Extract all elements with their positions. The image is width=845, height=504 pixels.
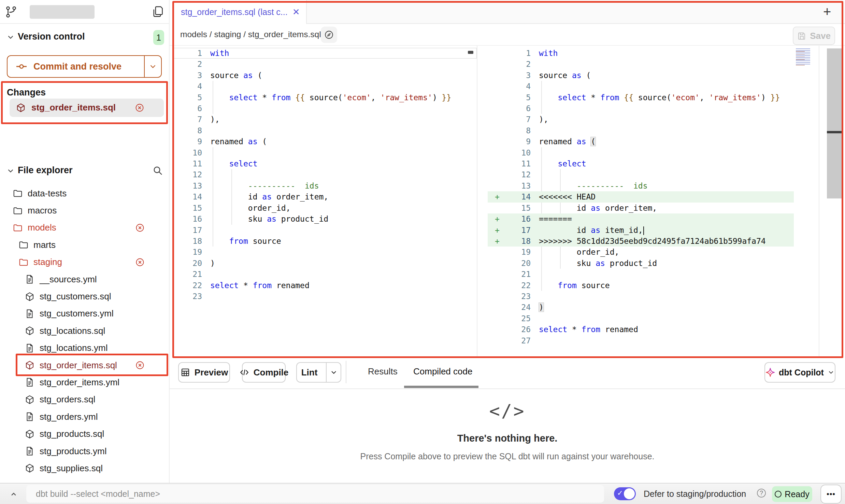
code-line[interactable]: 12	[172, 169, 477, 180]
commit-and-resolve-button[interactable]: Commit and resolve	[7, 55, 162, 78]
code-line[interactable]: +14<<<<<<< HEAD	[488, 191, 794, 202]
code-line[interactable]: 13 ---------- ids	[172, 180, 477, 191]
file-explorer-item-stg_orders.yml[interactable]: stg_orders.yml	[0, 408, 170, 425]
file-explorer-item-data-tests[interactable]: data-tests	[0, 185, 170, 202]
code-line[interactable]: 10	[488, 147, 794, 158]
command-input[interactable]: dbt build --select <model_name>	[26, 485, 604, 503]
code-line[interactable]: 2	[172, 59, 477, 70]
defer-toggle[interactable]: ✓	[614, 487, 636, 500]
code-line[interactable]: 22select * from renamed	[172, 280, 477, 291]
editor-scrollbar[interactable]	[827, 48, 842, 198]
code-pane-original[interactable]: 1with23source as (45 select * from {{ so…	[172, 46, 477, 302]
file-explorer-item-staging[interactable]: staging	[0, 254, 170, 271]
code-line[interactable]: 15 id as order_item,	[488, 203, 794, 213]
code-line[interactable]: 14 id as order_item,	[172, 191, 477, 202]
discard-change-icon[interactable]	[135, 360, 145, 370]
discard-change-icon[interactable]	[135, 103, 144, 113]
file-explorer-item-macros[interactable]: macros	[0, 202, 170, 219]
code-line[interactable]: 1with	[172, 48, 477, 59]
discard-change-icon[interactable]	[135, 223, 145, 233]
code-line[interactable]: 11 select	[172, 158, 477, 169]
file-explorer-item-stg_order_items.yml[interactable]: stg_order_items.yml	[0, 374, 170, 391]
code-line[interactable]: 2	[488, 59, 794, 70]
file-explorer-item-stg_products.yml[interactable]: stg_products.yml	[0, 443, 170, 460]
file-explorer-item-stg_products.sql[interactable]: stg_products.sql	[0, 425, 170, 442]
dbt-copilot-button[interactable]: dbt Copilot	[764, 362, 835, 383]
compile-button[interactable]: Compile	[242, 362, 286, 383]
commit-dropdown-button[interactable]	[144, 56, 161, 77]
code-line[interactable]: 7),	[488, 114, 794, 125]
code-line[interactable]: 10	[172, 147, 477, 158]
code-pane-modified[interactable]: 1with23source as (45 select * from {{ so…	[488, 46, 794, 346]
code-line[interactable]: 8	[488, 125, 794, 136]
code-line[interactable]: 1with	[488, 48, 794, 59]
code-line[interactable]: 16 sku as product_id	[172, 213, 477, 224]
tab-stg-order-items[interactable]: stg_order_items.sql (last c... ✕	[170, 0, 307, 24]
code-line[interactable]: 19 order_id,	[488, 247, 794, 257]
code-line[interactable]: 21	[488, 269, 794, 280]
code-line[interactable]: 23	[488, 291, 794, 302]
code-line[interactable]: 13 ---------- ids	[488, 180, 794, 191]
code-line[interactable]: 11 select	[488, 158, 794, 169]
code-line[interactable]: 26select * from renamed	[488, 324, 794, 335]
preview-button[interactable]: Preview	[178, 362, 230, 383]
code-line[interactable]: 4	[172, 81, 477, 92]
discard-change-icon[interactable]	[135, 257, 145, 267]
file-explorer-item-marts[interactable]: marts	[0, 236, 170, 253]
code-line[interactable]: 3source as (	[172, 70, 477, 81]
file-explorer-item-stg_order_items.sql[interactable]: stg_order_items.sql	[0, 357, 170, 374]
editor-scrollbar-handle[interactable]	[827, 131, 842, 133]
file-explorer-item-stg_customers.yml[interactable]: stg_customers.yml	[0, 305, 170, 322]
code-line[interactable]: 19	[172, 247, 477, 257]
code-line[interactable]: 22 from source	[488, 280, 794, 291]
file-explorer-item-models[interactable]: models	[0, 219, 170, 236]
search-icon[interactable]	[152, 165, 163, 176]
lineage-button[interactable]	[321, 27, 337, 43]
code-line[interactable]: 17	[172, 225, 477, 236]
changes-file-row[interactable]: stg_order_items.sql	[10, 99, 164, 117]
code-line[interactable]: 23	[172, 291, 477, 302]
code-line[interactable]: 5 select * from {{ source('ecom', 'raw_i…	[488, 92, 794, 103]
code-line[interactable]: +16=======	[488, 213, 794, 224]
left-pane-scrollbar-thumb[interactable]	[468, 51, 473, 54]
code-line[interactable]: 27	[488, 335, 794, 346]
file-explorer-item-__sources.yml[interactable]: __sources.yml	[0, 271, 170, 288]
code-line[interactable]: 15 order_id,	[172, 203, 477, 213]
expand-command-bar-icon[interactable]	[9, 490, 18, 499]
help-icon[interactable]: ?	[757, 489, 766, 498]
version-control-chevron-icon[interactable]	[6, 33, 15, 42]
code-line[interactable]: 21	[172, 269, 477, 280]
code-line[interactable]: 20 sku as product_id	[488, 258, 794, 269]
file-explorer-chevron-icon[interactable]	[6, 166, 15, 175]
file-explorer-item-stg_customers.sql[interactable]: stg_customers.sql	[0, 288, 170, 305]
file-explorer-item-stg_locations.yml[interactable]: stg_locations.yml	[0, 340, 170, 357]
file-explorer-item-stg_locations.sql[interactable]: stg_locations.sql	[0, 322, 170, 339]
code-line[interactable]: +17 id as item_id,	[488, 225, 794, 236]
code-line[interactable]: 5 select * from {{ source('ecom', 'raw_i…	[172, 92, 477, 103]
code-line[interactable]: 6	[488, 103, 794, 114]
file-explorer-item-stg_supplies.sql[interactable]: stg_supplies.sql	[0, 460, 170, 477]
lint-button[interactable]: Lint	[296, 362, 341, 383]
code-line[interactable]: 20)	[172, 258, 477, 269]
new-tab-button[interactable]: +	[823, 4, 831, 19]
minimap[interactable]	[796, 48, 813, 65]
code-line[interactable]: 3source as (	[488, 70, 794, 81]
code-line[interactable]: 18 from source	[172, 236, 477, 247]
save-button[interactable]: Save	[793, 27, 835, 45]
lint-dropdown-button[interactable]	[326, 363, 341, 382]
copy-files-icon[interactable]	[152, 5, 164, 18]
code-line[interactable]: 24)	[488, 302, 794, 313]
status-badge[interactable]: Ready	[772, 486, 812, 502]
code-line[interactable]: 25	[488, 313, 794, 324]
tab-compiled-code[interactable]: Compiled code	[413, 366, 472, 377]
tab-results[interactable]: Results	[368, 366, 398, 377]
code-line[interactable]: 9renamed as (	[488, 136, 794, 147]
code-line[interactable]: 9renamed as (	[172, 136, 477, 147]
tab-close-icon[interactable]: ✕	[292, 7, 300, 17]
code-line[interactable]: +18>>>>>>> 58c1dd23d5eebd9cd2495fa7124ab…	[488, 236, 794, 247]
code-line[interactable]: 4	[488, 81, 794, 92]
code-line[interactable]: 7),	[172, 114, 477, 125]
code-line[interactable]: 6	[172, 103, 477, 114]
lint-button-label[interactable]: Lint	[297, 363, 322, 382]
file-explorer-item-stg_orders.sql[interactable]: stg_orders.sql	[0, 391, 170, 408]
